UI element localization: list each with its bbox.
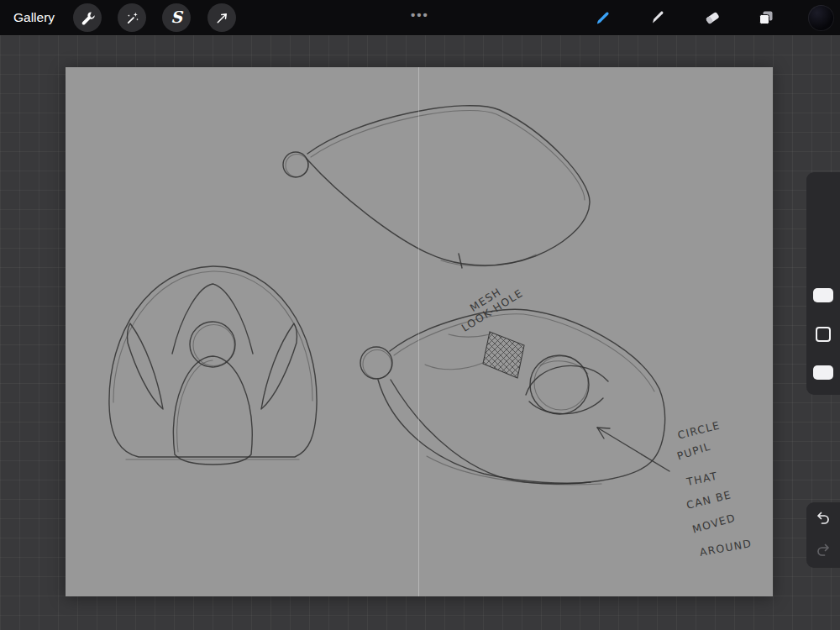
adjustments-button[interactable] — [118, 3, 146, 32]
paintbrush-icon — [594, 8, 612, 27]
wrench-icon — [80, 10, 96, 26]
pencil-sketch — [66, 67, 773, 596]
drawing-canvas[interactable]: MESH LOOK-HOLE CIRCLE PUPIL THAT CAN BE … — [66, 67, 773, 596]
magic-wand-icon — [124, 10, 140, 26]
redo-button[interactable] — [815, 543, 832, 559]
gallery-button[interactable]: Gallery — [13, 0, 55, 35]
eraser-tool-button[interactable] — [699, 4, 726, 31]
symmetry-guide-line — [418, 67, 419, 596]
smudge-tool-button[interactable] — [644, 4, 671, 31]
smudge-icon — [648, 8, 667, 27]
canvas-options-dots[interactable]: ••• — [395, 0, 445, 35]
transform-button[interactable] — [207, 3, 236, 32]
actions-button[interactable] — [73, 3, 102, 32]
modify-button[interactable] — [816, 327, 831, 342]
sketch-top-shape — [283, 106, 590, 268]
brush-sidebar — [806, 172, 840, 395]
eraser-icon — [703, 8, 722, 27]
sketch-side-view — [360, 309, 669, 485]
color-button[interactable] — [807, 4, 834, 31]
procreate-app: Gallery S ••• — [0, 0, 840, 630]
opacity-slider[interactable] — [813, 365, 833, 380]
layers-icon — [757, 8, 775, 27]
history-panel — [806, 502, 840, 568]
paint-tool-button[interactable] — [590, 4, 617, 31]
sketch-front-view — [109, 266, 317, 465]
selection-button[interactable]: S — [162, 3, 191, 32]
layers-button[interactable] — [753, 4, 780, 31]
workspace: MESH LOOK-HOLE CIRCLE PUPIL THAT CAN BE … — [0, 35, 840, 630]
current-color-swatch-icon — [808, 5, 834, 31]
brush-size-slider[interactable] — [813, 288, 833, 302]
undo-button[interactable] — [815, 511, 832, 528]
top-toolbar: Gallery S ••• — [0, 0, 840, 35]
selection-s-icon: S — [171, 9, 182, 25]
transform-arrow-icon — [214, 10, 230, 26]
